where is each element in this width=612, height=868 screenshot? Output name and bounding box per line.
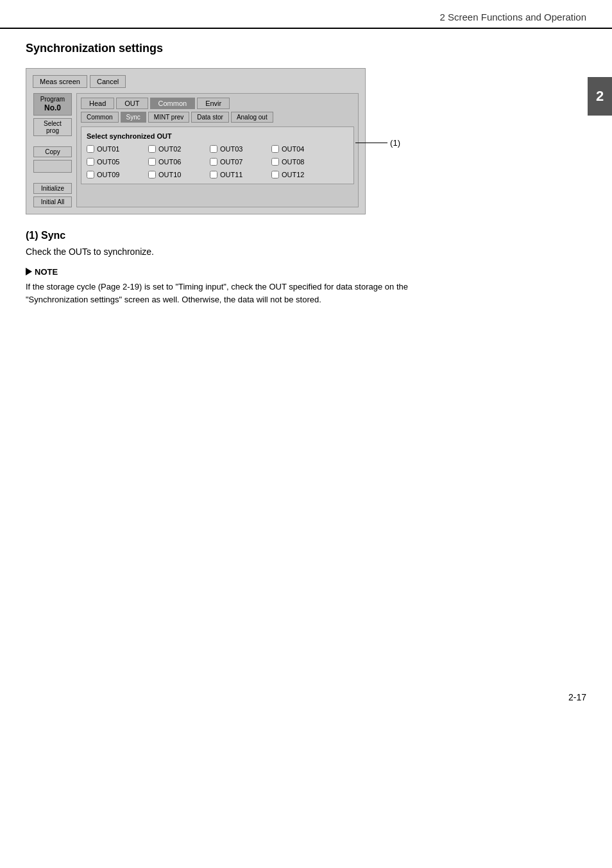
note-container: NOTE If the storage cycle (Page 2-19) is… xyxy=(26,267,586,308)
copy-button[interactable]: Copy xyxy=(33,146,72,157)
header-title: 2 Screen Functions and Operation xyxy=(440,12,586,22)
main-panel: Head OUT Common Envir Common Sync MINT p… xyxy=(76,93,359,207)
annotation-h-line xyxy=(355,143,387,143)
tab-row: Head OUT Common Envir xyxy=(81,98,354,109)
note-label: NOTE xyxy=(35,267,58,277)
page-footer: 2-17 xyxy=(26,692,586,702)
check-out03-input[interactable] xyxy=(210,145,217,153)
check-out05-input[interactable] xyxy=(87,158,94,166)
annotation-label: (1) xyxy=(390,138,400,148)
check-out11-input[interactable] xyxy=(210,171,217,178)
initial-all-button[interactable]: Initial All xyxy=(33,196,72,207)
note-text: If the storage cycle (Page 2-19) is set … xyxy=(26,281,552,308)
checkbox-out01[interactable]: OUT01 xyxy=(87,145,138,153)
checkbox-row-1: OUT01 OUT02 OUT03 OUT04 xyxy=(87,145,348,153)
page-header: 2 Screen Functions and Operation xyxy=(0,0,612,29)
note-header: NOTE xyxy=(26,267,586,277)
program-box: Program No.0 xyxy=(33,93,72,116)
checkbox-row-3: OUT09 OUT10 OUT11 OUT12 xyxy=(87,171,348,178)
section-title: Synchronization settings xyxy=(26,42,586,58)
checkbox-out09[interactable]: OUT09 xyxy=(87,171,138,178)
tab-envir[interactable]: Envir xyxy=(197,98,230,109)
cancel-button[interactable]: Cancel xyxy=(90,75,126,88)
sub-tab-common[interactable]: Common xyxy=(81,112,119,123)
check-out10-input[interactable] xyxy=(148,171,156,178)
checkbox-out12[interactable]: OUT12 xyxy=(271,171,323,178)
sub-tab-data-stor[interactable]: Data stor xyxy=(191,112,229,123)
meas-screen-button[interactable]: Meas screen xyxy=(33,75,87,88)
check-out01-input[interactable] xyxy=(87,145,94,153)
check-out07-input[interactable] xyxy=(210,158,217,166)
sub-tab-row: Common Sync MINT prev Data stor Analog o… xyxy=(81,112,354,123)
check-out06-input[interactable] xyxy=(148,158,156,166)
left-sidebar: Program No.0 Select prog Copy Initialize… xyxy=(33,93,72,207)
sub-tab-sync[interactable]: Sync xyxy=(121,112,146,123)
subsection-body: Check the OUTs to synchronize. xyxy=(26,247,586,257)
initialize-button[interactable]: Initialize xyxy=(33,183,72,194)
tab-common[interactable]: Common xyxy=(150,98,196,109)
checkbox-out04[interactable]: OUT04 xyxy=(271,145,323,153)
checkbox-out03[interactable]: OUT03 xyxy=(210,145,261,153)
sub-tab-analog-out[interactable]: Analog out xyxy=(231,112,273,123)
top-btn-row: Meas screen Cancel xyxy=(33,75,359,88)
tab-head[interactable]: Head xyxy=(81,98,114,109)
checkbox-row-2: OUT05 OUT06 OUT07 OUT08 xyxy=(87,158,348,166)
checkbox-out08[interactable]: OUT08 xyxy=(271,158,323,166)
check-out08-input[interactable] xyxy=(271,158,279,166)
check-out09-input[interactable] xyxy=(87,171,94,178)
sub-tab-mint-prev[interactable]: MINT prev xyxy=(148,112,190,123)
tab-out[interactable]: OUT xyxy=(116,98,148,109)
select-prog-button[interactable]: Select prog xyxy=(33,118,72,136)
screenshot-box: Meas screen Cancel Program No.0 Select p… xyxy=(26,68,366,214)
checkbox-out11[interactable]: OUT11 xyxy=(210,171,261,178)
subsection-title: (1) Sync xyxy=(26,230,586,241)
check-out12-input[interactable] xyxy=(271,171,279,178)
note-triangle-icon xyxy=(26,268,32,275)
checkbox-out07[interactable]: OUT07 xyxy=(210,158,261,166)
checkbox-out02[interactable]: OUT02 xyxy=(148,145,200,153)
page-number: 2-17 xyxy=(568,692,586,702)
checkbox-out10[interactable]: OUT10 xyxy=(148,171,200,178)
checkbox-grid: OUT01 OUT02 OUT03 OUT04 xyxy=(87,145,348,178)
checkbox-out05[interactable]: OUT05 xyxy=(87,158,138,166)
check-out02-input[interactable] xyxy=(148,145,156,153)
screen-layout: Program No.0 Select prog Copy Initialize… xyxy=(33,93,359,207)
main-content: Synchronization settings Meas screen Can… xyxy=(0,29,612,728)
check-out04-input[interactable] xyxy=(271,145,279,153)
panel-content: Select synchronized OUT OUT01 OUT02 xyxy=(81,126,354,184)
panel-label: Select synchronized OUT xyxy=(87,132,348,140)
annotation-line: (1) xyxy=(355,138,400,148)
empty-button xyxy=(33,160,72,173)
checkbox-out06[interactable]: OUT06 xyxy=(148,158,200,166)
